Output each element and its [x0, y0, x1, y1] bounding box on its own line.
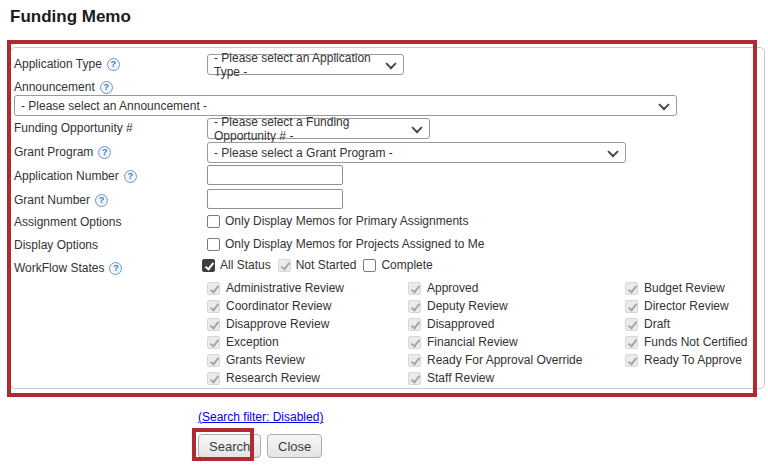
- workflow-state-item: Staff Review: [408, 371, 494, 385]
- workflow-state-checkbox: [408, 372, 421, 385]
- funding-opportunity-label: Funding Opportunity #: [14, 121, 133, 135]
- workflow-state-checkbox: [625, 354, 638, 367]
- workflow-state-checkbox: [207, 336, 220, 349]
- workflow-state-item: Ready For Approval Override: [408, 353, 582, 367]
- chevron-down-icon: [607, 146, 618, 157]
- application-number-label: Application Number ?: [14, 169, 137, 183]
- workflow-state-checkbox: [408, 318, 421, 331]
- projects-assigned-checkbox[interactable]: [207, 238, 220, 251]
- help-icon[interactable]: ?: [98, 146, 111, 159]
- complete-option: Complete: [363, 258, 432, 272]
- workflow-state-checkbox: [408, 354, 421, 367]
- workflow-top-options: All Status Not Started Complete: [202, 258, 436, 272]
- display-options-label: Display Options: [14, 238, 98, 252]
- workflow-state-checkbox: [625, 318, 638, 331]
- grant-program-selected-value: - Please select a Grant Program -: [214, 146, 393, 160]
- announcement-select[interactable]: - Please select an Announcement -: [14, 95, 677, 116]
- workflow-state-item: Exception: [207, 335, 279, 349]
- workflow-state-checkbox: [207, 318, 220, 331]
- workflow-state-item: Disapproved: [408, 317, 494, 331]
- chevron-down-icon: [385, 58, 396, 69]
- assignment-options-row: Only Display Memos for Primary Assignmen…: [207, 214, 468, 228]
- workflow-state-checkbox: [207, 354, 220, 367]
- workflow-state-checkbox: [625, 300, 638, 313]
- workflow-state-checkbox: [207, 300, 220, 313]
- chevron-down-icon: [658, 99, 669, 110]
- workflow-state-item: Ready To Approve: [625, 353, 742, 367]
- display-options-row: Only Display Memos for Projects Assigned…: [207, 237, 484, 251]
- help-icon[interactable]: ?: [109, 262, 122, 275]
- workflow-state-item: Disapprove Review: [207, 317, 329, 331]
- grant-number-label: Grant Number ?: [14, 193, 108, 207]
- workflow-state-item: Research Review: [207, 371, 320, 385]
- grant-program-select[interactable]: - Please select a Grant Program -: [207, 142, 626, 163]
- workflow-state-checkbox: [207, 372, 220, 385]
- workflow-state-checkbox: [408, 336, 421, 349]
- workflow-state-item: Coordinator Review: [207, 299, 331, 313]
- application-number-input[interactable]: [207, 165, 343, 185]
- assignment-options-label: Assignment Options: [14, 215, 121, 229]
- chevron-down-icon: [411, 122, 422, 133]
- help-icon[interactable]: ?: [95, 194, 108, 207]
- application-type-label: Application Type ?: [14, 57, 120, 71]
- workflow-state-item: Financial Review: [408, 335, 518, 349]
- workflow-state-item: Approved: [408, 281, 478, 295]
- all-status-option: All Status: [202, 258, 271, 272]
- workflow-state-item: Draft: [625, 317, 670, 331]
- workflow-state-checkbox: [408, 282, 421, 295]
- funding-opportunity-select[interactable]: - Please select a Funding Opportunity # …: [207, 118, 430, 139]
- announcement-selected-value: - Please select an Announcement -: [21, 99, 207, 113]
- complete-checkbox[interactable]: [363, 259, 376, 272]
- not-started-option: Not Started: [278, 258, 357, 272]
- primary-assignments-checkbox[interactable]: [207, 215, 220, 228]
- page-title: Funding Memo: [10, 7, 131, 27]
- workflow-state-item: Budget Review: [625, 281, 725, 295]
- grant-number-input[interactable]: [207, 189, 343, 209]
- help-icon[interactable]: ?: [124, 170, 137, 183]
- help-icon[interactable]: ?: [100, 81, 113, 94]
- application-type-selected-value: - Please select an Application Type -: [214, 51, 383, 79]
- close-button[interactable]: Close: [267, 434, 322, 458]
- all-status-checkbox[interactable]: [202, 259, 215, 272]
- workflow-state-checkbox: [625, 282, 638, 295]
- not-started-checkbox: [278, 259, 291, 272]
- help-icon[interactable]: ?: [107, 58, 120, 71]
- workflow-states-label: WorkFlow States ?: [14, 261, 122, 275]
- workflow-state-item: Deputy Review: [408, 299, 508, 313]
- workflow-state-item: Grants Review: [207, 353, 305, 367]
- workflow-state-item: Director Review: [625, 299, 729, 313]
- workflow-state-checkbox: [625, 336, 638, 349]
- search-filter-link[interactable]: (Search filter: Disabled): [198, 410, 323, 424]
- application-type-select[interactable]: - Please select an Application Type -: [207, 54, 404, 75]
- workflow-state-item: Administrative Review: [207, 281, 344, 295]
- grant-program-label: Grant Program ?: [14, 145, 111, 159]
- workflow-state-checkbox: [207, 282, 220, 295]
- search-button[interactable]: Search: [198, 434, 261, 458]
- funding-opportunity-selected-value: - Please select a Funding Opportunity # …: [214, 115, 409, 143]
- workflow-state-item: Funds Not Certified: [625, 335, 747, 349]
- workflow-state-checkbox: [408, 300, 421, 313]
- announcement-label: Announcement ?: [14, 80, 113, 94]
